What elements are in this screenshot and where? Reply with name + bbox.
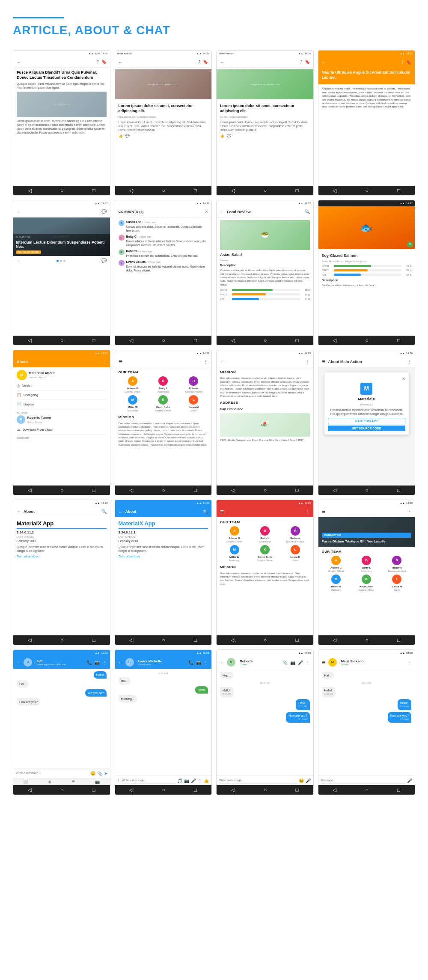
bookmark-icon[interactable]: 🔖 [203, 60, 208, 64]
phone-icon[interactable]: 📞 [87, 660, 92, 665]
edit-badge[interactable]: ✎ [407, 241, 413, 247]
share-icon[interactable]: ⤴ [401, 60, 404, 65]
nav-home[interactable]: ○ [365, 188, 368, 194]
nav-back[interactable]: ◁ [28, 787, 32, 793]
nav-home[interactable]: ○ [365, 787, 368, 793]
mic-icon[interactable]: 🎤 [298, 660, 303, 665]
nav-home[interactable]: ○ [60, 637, 63, 643]
bt-icon-3[interactable]: ☰ [71, 780, 75, 784]
menu-icon[interactable]: ☰ [322, 660, 326, 665]
nav-recents[interactable]: □ [194, 337, 197, 343]
nav-recents[interactable]: □ [92, 637, 95, 643]
back-icon[interactable]: ← [220, 60, 224, 64]
nav-back[interactable]: ◁ [231, 787, 235, 793]
nav-home[interactable]: ○ [365, 637, 368, 643]
video-icon[interactable]: 📷 [95, 660, 100, 665]
rate-app-button[interactable]: RATE THIS APP [328, 418, 406, 424]
nav-back[interactable]: ◁ [28, 188, 32, 194]
back-icon[interactable]: ← [119, 660, 123, 665]
nav-home[interactable]: ○ [264, 487, 267, 493]
bookmark-icon[interactable]: 🔖 [305, 60, 310, 64]
nav-recents[interactable]: □ [296, 787, 299, 793]
nav-home[interactable]: ○ [264, 188, 267, 194]
nav-home[interactable]: ○ [60, 337, 63, 343]
contact-us-button[interactable]: CONTACT US [322, 533, 412, 538]
nav-home[interactable]: ○ [162, 188, 165, 194]
more-icon[interactable]: ⋮ [204, 660, 208, 665]
nav-home[interactable]: ○ [162, 637, 165, 643]
back-icon[interactable]: ← [220, 660, 224, 665]
nav-home[interactable]: ○ [60, 188, 63, 194]
nav-recents[interactable]: □ [397, 188, 400, 194]
nav-recents[interactable]: □ [194, 787, 197, 793]
nav-back[interactable]: ◁ [231, 487, 235, 493]
more-icon[interactable]: ⋮ [102, 360, 107, 364]
back-icon[interactable]: ← [322, 60, 326, 65]
nav-recents[interactable]: □ [397, 337, 400, 343]
send-icon[interactable]: ➤ [104, 771, 107, 776]
video-icon[interactable]: 📷 [196, 660, 201, 665]
comment-icon[interactable]: 💬 [125, 134, 130, 138]
nav-home[interactable]: ○ [162, 337, 165, 343]
nav-recents[interactable]: □ [296, 188, 299, 194]
nav-home[interactable]: ○ [60, 787, 63, 793]
nav-recents[interactable]: □ [194, 637, 197, 643]
bt-icon-2[interactable]: ◉ [48, 780, 51, 784]
like-icon[interactable]: 👍 [220, 134, 224, 138]
menu-license[interactable]: 📄 License [17, 400, 107, 409]
attach-icon[interactable]: T [118, 778, 120, 783]
dialog-close-icon[interactable]: ✕ [402, 376, 405, 382]
nav-back[interactable]: ◁ [333, 188, 336, 194]
terms-link[interactable]: Term of services [17, 554, 107, 559]
nav-recents[interactable]: □ [296, 487, 299, 493]
nav-recents[interactable]: □ [397, 487, 400, 493]
menu-icon[interactable]: ☰ [220, 509, 224, 514]
terms-link[interactable]: Term of services [119, 554, 208, 559]
comment-icon[interactable]: 💬 [227, 134, 231, 138]
nav-home[interactable]: ○ [365, 487, 368, 493]
back-icon[interactable]: ← [17, 660, 21, 665]
nav-back[interactable]: ◁ [28, 337, 32, 343]
share-icon[interactable]: ⤴ [300, 60, 302, 64]
send-icon[interactable]: 👍 [204, 778, 209, 783]
back-icon[interactable]: ← [17, 509, 21, 514]
chat-input[interactable] [16, 770, 89, 776]
nav-recents[interactable]: □ [92, 188, 95, 194]
more-icon[interactable]: ⋮ [407, 509, 411, 514]
share-icon[interactable]: 💬 [101, 258, 107, 264]
phone-icon[interactable]: 📞 [188, 660, 193, 665]
heart-icon[interactable]: ♡ [306, 252, 310, 258]
emoji-icon[interactable]: 😊 [299, 778, 304, 783]
nav-home[interactable]: ○ [365, 337, 368, 343]
chat-input[interactable] [219, 777, 297, 783]
nav-back[interactable]: ◁ [129, 337, 133, 343]
mic-icon[interactable]: 🎤 [407, 778, 412, 783]
nav-home[interactable]: ○ [60, 487, 63, 493]
nav-back[interactable]: ◁ [231, 337, 235, 343]
nav-home[interactable]: ○ [264, 637, 267, 643]
nav-back[interactable]: ◁ [333, 637, 336, 643]
menu-icon[interactable]: ☰ [322, 359, 326, 364]
more-icon[interactable]: ⋮ [407, 359, 411, 364]
more-icon[interactable]: ⋮ [102, 660, 107, 665]
menu-changelog[interactable]: 📋 Changelog [17, 391, 107, 400]
bookmark-icon[interactable]: 🔖 [101, 60, 107, 64]
more-icon[interactable]: ⋮ [204, 359, 208, 364]
attach-icon[interactable]: 📎 [282, 660, 288, 665]
chat-input[interactable] [321, 777, 406, 783]
nav-back[interactable]: ◁ [129, 787, 133, 793]
back-icon[interactable]: ← [119, 509, 123, 514]
search-icon[interactable]: 🔍 [101, 509, 107, 514]
nav-recents[interactable]: □ [194, 188, 197, 194]
more-icon[interactable]: ⋮ [306, 359, 310, 364]
bookmark-icon[interactable]: 🔖 [406, 60, 411, 65]
chat-input[interactable] [122, 777, 175, 783]
back-icon[interactable]: ← [17, 60, 21, 64]
like-icon[interactable]: 👍 [119, 134, 123, 138]
nav-recents[interactable]: □ [296, 337, 299, 343]
nav-back[interactable]: ◁ [333, 787, 336, 793]
nav-recents[interactable]: □ [92, 787, 95, 793]
source-code-button[interactable]: GET SOURCE CODE [328, 426, 406, 431]
mic-icon[interactable]: 🎤 [306, 778, 311, 783]
map-area[interactable]: MAP 📍 [220, 413, 310, 437]
